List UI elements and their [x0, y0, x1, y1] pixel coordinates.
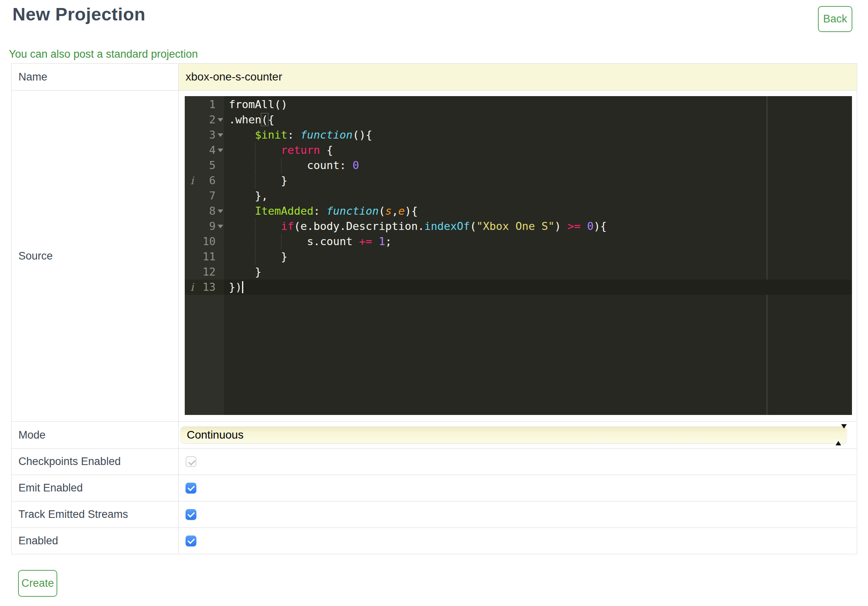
standard-projection-link[interactable]: You can also post a standard projection	[9, 48, 198, 60]
arrow-down-icon	[841, 424, 847, 441]
editor-line-11[interactable]: 11 }	[185, 249, 852, 264]
mode-cell: Continuous	[179, 422, 857, 448]
editor-line-8[interactable]: 8 ItemAdded: function(s,e){	[185, 203, 852, 219]
enabled-row: Enabled	[12, 528, 857, 554]
editor-line-10[interactable]: 10 s.count += 1;	[185, 234, 852, 249]
editor-line-6[interactable]: i6 }	[185, 173, 852, 188]
source-label: Source	[12, 91, 179, 421]
editor-line-4[interactable]: 4 return {	[185, 143, 852, 158]
line-number: 1	[209, 97, 216, 112]
line-number: 8	[209, 203, 216, 219]
code-line-text: return {	[224, 143, 333, 158]
line-number: 9	[209, 219, 216, 234]
editor-line-5[interactable]: 5 count: 0	[185, 158, 852, 173]
select-arrows-icon	[836, 429, 841, 441]
gutter-cell: 12	[185, 264, 224, 280]
gutter-cell: 3	[185, 127, 224, 143]
code-line-text: .when({	[224, 112, 275, 127]
code-line-text: }	[224, 264, 261, 280]
code-line-text: $init: function(){	[224, 127, 372, 143]
source-editor-lines: 1fromAll()2.when({3 $init: function(){4 …	[185, 97, 852, 295]
gutter-cell: i6	[185, 173, 224, 188]
checkpoints-enabled-row: Checkpoints Enabled	[12, 449, 857, 475]
line-number: 3	[209, 127, 216, 143]
enabled-checkbox[interactable]	[186, 536, 196, 546]
gutter-cell: 7	[185, 188, 224, 203]
editor-line-1[interactable]: 1fromAll()	[185, 97, 852, 112]
checkpoints-enabled-checkbox	[186, 456, 196, 467]
fold-caret-icon[interactable]	[218, 118, 223, 122]
mode-select-value: Continuous	[187, 429, 244, 441]
mode-row: Mode Continuous	[12, 422, 857, 449]
source-code-editor[interactable]: 1fromAll()2.when({3 $init: function(){4 …	[185, 96, 852, 415]
editor-line-12[interactable]: 12 }	[185, 264, 852, 280]
track-emitted-streams-checkbox[interactable]	[186, 509, 196, 520]
info-annotation-icon: i	[190, 280, 194, 295]
indent-guide	[255, 173, 256, 188]
indent-guide	[255, 234, 256, 249]
mode-label: Mode	[12, 422, 179, 448]
code-line-text: if(e.body.Description.indexOf("Xbox One …	[224, 219, 607, 234]
indent-guide	[255, 249, 256, 264]
new-projection-page: New Projection Back You can also post a …	[0, 0, 868, 606]
name-row: Name xbox-one-s-counter	[12, 64, 857, 91]
indent-guide	[255, 143, 256, 158]
name-input[interactable]: xbox-one-s-counter	[179, 64, 857, 90]
line-number: 11	[202, 249, 216, 264]
line-number: 6	[209, 173, 216, 188]
code-line-text: },	[224, 188, 268, 203]
editor-line-9[interactable]: 9 if(e.body.Description.indexOf("Xbox On…	[185, 219, 852, 234]
fold-caret-icon[interactable]	[218, 133, 223, 137]
mode-select[interactable]: Continuous	[180, 426, 847, 443]
name-input-value: xbox-one-s-counter	[186, 70, 282, 83]
code-line-text: }	[224, 249, 287, 264]
info-annotation-icon: i	[190, 173, 194, 188]
line-number: 13	[202, 280, 216, 295]
gutter-cell: 11	[185, 249, 224, 264]
gutter-cell: 9	[185, 219, 224, 234]
line-number: 2	[209, 112, 216, 127]
code-line-text: })	[224, 280, 243, 295]
code-line-text: fromAll()	[224, 97, 287, 112]
fold-caret-icon[interactable]	[218, 225, 223, 228]
gutter-cell: 8	[185, 203, 224, 219]
source-row: Source 1fromAll()2.when({3 $init: functi…	[12, 91, 857, 422]
matching-bracket-highlight: (	[261, 113, 268, 126]
gutter-cell: 5	[185, 158, 224, 173]
text-cursor	[242, 281, 243, 293]
gutter-cell: i13	[185, 280, 224, 295]
code-line-text: }	[224, 173, 287, 188]
emit-enabled-row: Emit Enabled	[12, 475, 857, 501]
emit-enabled-checkbox[interactable]	[186, 483, 196, 493]
fold-caret-icon[interactable]	[218, 149, 223, 152]
editor-line-2[interactable]: 2.when({	[185, 112, 852, 127]
back-button[interactable]: Back	[818, 6, 852, 32]
gutter-cell: 4	[185, 143, 224, 158]
checkpoints-enabled-label: Checkpoints Enabled	[12, 449, 179, 475]
projection-form: Name xbox-one-s-counter Source 1fromAll(…	[11, 63, 857, 554]
gutter-cell: 2	[185, 112, 224, 127]
code-line-text: s.count += 1;	[224, 234, 392, 249]
fold-caret-icon[interactable]	[218, 209, 223, 213]
create-button[interactable]: Create	[18, 570, 57, 597]
gutter-cell: 10	[185, 234, 224, 249]
indent-guide	[255, 158, 256, 173]
line-number: 4	[209, 143, 216, 158]
track-emitted-streams-row: Track Emitted Streams	[12, 501, 857, 528]
indent-guide	[281, 234, 282, 249]
enabled-label: Enabled	[12, 528, 179, 554]
arrow-up-icon	[836, 429, 841, 445]
editor-line-3[interactable]: 3 $init: function(){	[185, 127, 852, 143]
editor-line-7[interactable]: 7 },	[185, 188, 852, 203]
name-label: Name	[12, 64, 179, 90]
line-number: 10	[202, 234, 216, 249]
line-number: 12	[202, 264, 216, 280]
indent-guide	[255, 219, 256, 234]
code-line-text: ItemAdded: function(s,e){	[224, 203, 418, 219]
editor-line-13[interactable]: i13})	[185, 280, 852, 295]
indent-guide	[281, 158, 282, 173]
line-number: 5	[209, 158, 216, 173]
code-line-text: count: 0	[224, 158, 359, 173]
page-title: New Projection	[12, 4, 145, 25]
line-number: 7	[209, 188, 216, 203]
